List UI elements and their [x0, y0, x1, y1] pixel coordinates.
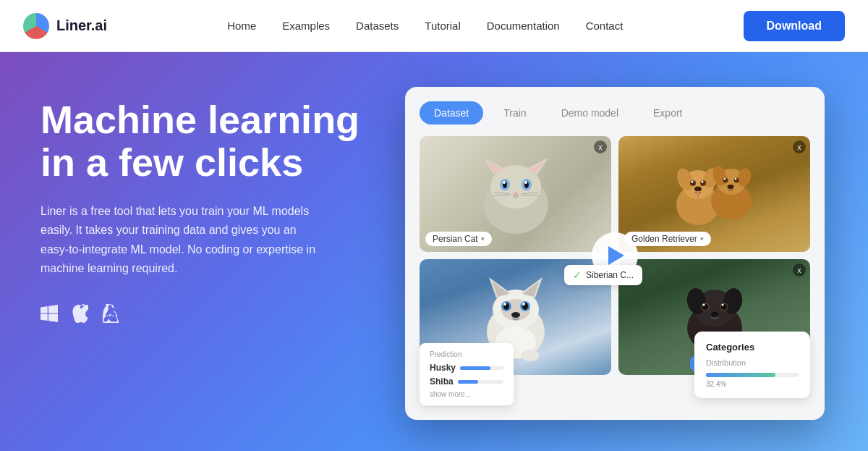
- nav-contact[interactable]: Contact: [586, 20, 624, 32]
- nav-home[interactable]: Home: [227, 20, 256, 32]
- app-mockup: Dataset Train Demo model Export: [405, 87, 825, 420]
- logo-text: Liner.ai: [56, 17, 107, 34]
- svg-point-47: [522, 303, 525, 305]
- prediction-shiba: Shiba: [430, 376, 503, 387]
- nav-examples[interactable]: Examples: [282, 20, 330, 32]
- svg-point-61: [721, 304, 723, 306]
- prediction-more[interactable]: show more...: [430, 390, 503, 398]
- svg-point-48: [511, 312, 520, 318]
- navbar: Liner.ai Home Examples Datasets Tutorial…: [0, 0, 868, 52]
- svg-point-51: [522, 350, 539, 361]
- image-cell-cat: x Persian Cat ▾: [420, 136, 611, 252]
- svg-point-34: [727, 185, 733, 189]
- prediction-title: Prediction: [430, 350, 503, 358]
- close-button-dog[interactable]: x: [793, 140, 806, 153]
- categories-card: Categories Distribution 32.4%: [694, 332, 810, 398]
- hero-title: Machine learningin a few clicks: [41, 98, 373, 185]
- prediction-husky: Husky: [430, 363, 503, 373]
- label-persian-cat[interactable]: Persian Cat ▾: [425, 232, 492, 246]
- siberian-popup: ✓ Siberian C...: [564, 265, 642, 285]
- nav-documentation[interactable]: Documentation: [487, 20, 560, 32]
- close-button-cat[interactable]: x: [594, 140, 607, 153]
- siberian-label: Siberian C...: [586, 270, 634, 280]
- hero-right: Dataset Train Demo model Export: [402, 87, 827, 420]
- hero-section: Machine learningin a few clicks Liner is…: [0, 52, 868, 451]
- svg-point-46: [503, 303, 506, 305]
- svg-point-27: [691, 181, 693, 183]
- checkmark-icon: ✓: [573, 269, 582, 281]
- linux-icon: [103, 304, 119, 327]
- svg-point-28: [701, 181, 703, 183]
- distribution-bar: [706, 373, 775, 377]
- svg-point-10: [503, 181, 506, 184]
- label-arrow-cat: ▾: [481, 235, 485, 243]
- pred-bar-shiba: [458, 380, 478, 384]
- tab-dataset[interactable]: Dataset: [420, 101, 483, 125]
- logo-icon: [23, 13, 49, 39]
- play-triangle-icon: [608, 246, 624, 265]
- tab-train[interactable]: Train: [489, 101, 540, 125]
- platform-icons: [41, 304, 373, 327]
- svg-point-31: [723, 178, 726, 180]
- tab-demo-model[interactable]: Demo model: [547, 101, 633, 125]
- svg-point-62: [711, 312, 718, 317]
- hero-subtitle: Liner is a free tool that lets you train…: [41, 202, 323, 279]
- nav-links: Home Examples Datasets Tutorial Document…: [227, 20, 623, 32]
- svg-point-33: [694, 187, 702, 192]
- pred-label-shiba: Shiba: [430, 376, 454, 387]
- svg-point-32: [734, 178, 736, 180]
- apple-icon: [72, 304, 88, 327]
- categories-title: Categories: [706, 342, 799, 353]
- pred-bar-bg-husky: [460, 366, 503, 370]
- distribution-bar-bg: [706, 373, 799, 377]
- logo[interactable]: Liner.ai: [23, 13, 107, 39]
- image-cell-dog: x Golden Retriever ▾: [618, 136, 810, 252]
- nav-tutorial[interactable]: Tutorial: [425, 20, 460, 32]
- close-button-black-dog[interactable]: x: [793, 264, 806, 277]
- pred-bar-husky: [460, 366, 490, 370]
- download-button[interactable]: Download: [744, 11, 845, 41]
- label-golden-retriever[interactable]: Golden Retriever ▾: [624, 232, 711, 246]
- label-text-dog: Golden Retriever: [631, 234, 697, 244]
- label-text-cat: Persian Cat: [433, 234, 478, 244]
- pred-bar-bg-shiba: [458, 380, 503, 384]
- label-arrow-dog: ▾: [700, 235, 704, 243]
- svg-point-11: [524, 181, 527, 184]
- hero-left: Machine learningin a few clicks Liner is…: [41, 87, 373, 327]
- nav-datasets[interactable]: Datasets: [356, 20, 399, 32]
- mockup-tabs: Dataset Train Demo model Export: [420, 101, 810, 125]
- windows-icon: [41, 305, 58, 326]
- distribution-percent: 32.4%: [706, 380, 799, 388]
- categories-subtitle: Distribution: [706, 358, 799, 367]
- pred-label-husky: Husky: [430, 363, 456, 373]
- prediction-card: Prediction Husky Shiba show more...: [420, 343, 514, 405]
- tab-export[interactable]: Export: [639, 101, 697, 125]
- svg-point-60: [702, 304, 705, 306]
